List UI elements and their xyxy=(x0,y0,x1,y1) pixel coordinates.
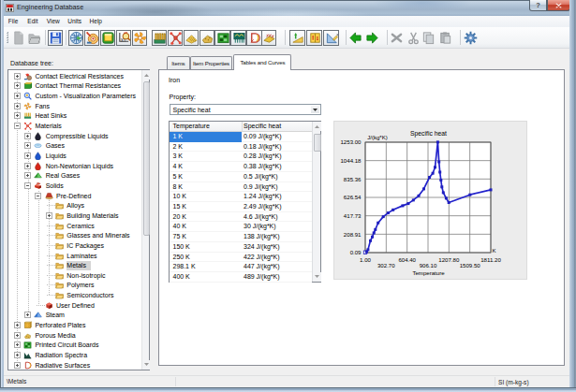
svg-text:417.73: 417.73 xyxy=(344,212,362,219)
svg-text:1509.50: 1509.50 xyxy=(460,262,481,269)
svg-text:835.36: 835.36 xyxy=(344,176,362,182)
svg-text:604.40: 604.40 xyxy=(398,256,416,263)
svg-text:1811.20: 1811.20 xyxy=(480,256,501,263)
svg-text:J/(kg*K): J/(kg*K) xyxy=(367,134,388,140)
svg-text:626.54: 626.54 xyxy=(344,194,362,200)
svg-text:Temperature: Temperature xyxy=(412,269,445,276)
svg-text:Specific heat: Specific heat xyxy=(410,130,447,138)
svg-text:1253.00: 1253.00 xyxy=(340,138,362,145)
svg-text:1207.80: 1207.80 xyxy=(438,256,460,263)
svg-text:906.10: 906.10 xyxy=(420,262,437,269)
svg-text:0.09: 0.09 xyxy=(350,249,362,255)
svg-text:1044.18: 1044.18 xyxy=(340,157,362,164)
svg-text:208.91: 208.91 xyxy=(344,231,362,238)
svg-text:1.00: 1.00 xyxy=(360,256,371,263)
svg-text:K: K xyxy=(493,247,496,254)
svg-text:302.70: 302.70 xyxy=(377,262,395,269)
